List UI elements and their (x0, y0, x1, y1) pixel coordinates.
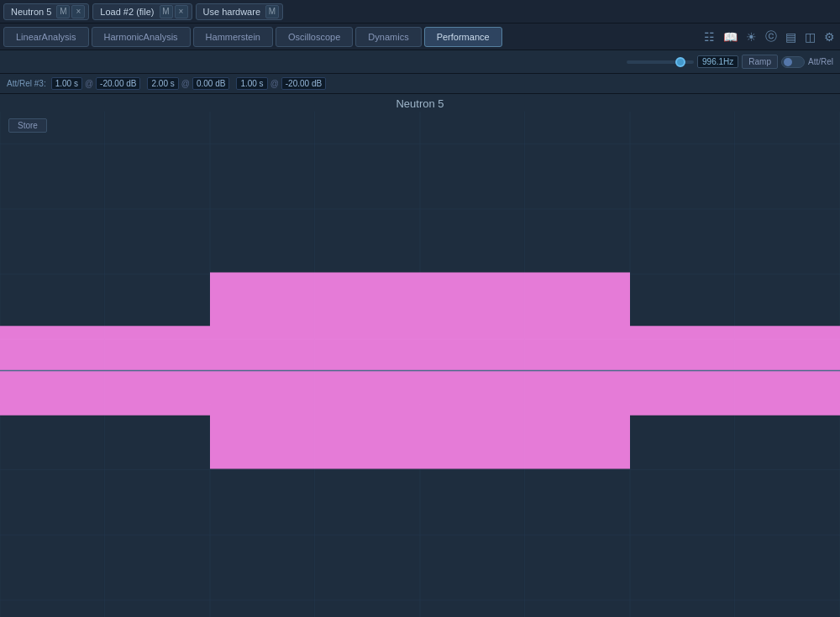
param-row: Att/Rel #3: 1.00 s @ -20.00 dB 2.00 s @ … (0, 74, 840, 94)
toolbar-right: ☷ 📖 ☀ ⓒ ▤ ◫ ⚙ (702, 28, 837, 46)
tab-hammerstein[interactable]: Hammerstein (193, 27, 273, 47)
plugin-title-2: Load #2 (file) M × (92, 3, 192, 20)
plugin-name-1: Neutron 5 (8, 7, 55, 17)
tab-harmonicanalysis[interactable]: HarmonicAnalysis (92, 27, 191, 47)
freq-display[interactable]: 996.1Hz (697, 55, 738, 68)
param-att1[interactable]: 1.00 s (51, 77, 82, 90)
close-button-2[interactable]: × (175, 5, 188, 18)
chart-wrapper: Neutron 5 Store 1.100 0.825 0.550 0.275 … (0, 94, 840, 617)
plugin-name-2: Load #2 (file) (97, 7, 157, 17)
chart-title: Neutron 5 (0, 94, 840, 112)
plugin-name-3: Use hardware (200, 7, 264, 17)
param-sep-3: @ (270, 79, 280, 88)
book-icon[interactable]: 📖 (722, 29, 739, 45)
tab-oscilloscope[interactable]: Oscilloscope (276, 27, 353, 47)
att-rel-toggle[interactable] (781, 56, 805, 68)
freq-slider[interactable] (627, 60, 694, 64)
list-icon[interactable]: ☷ (702, 29, 717, 45)
param-rel1[interactable]: -20.00 dB (96, 77, 140, 90)
waveform-chart (0, 112, 840, 617)
monitor-icon[interactable]: ◫ (803, 29, 817, 45)
tabs-row: LinearAnalysis HarmonicAnalysis Hammerst… (0, 24, 840, 50)
tab-linearanalysis[interactable]: LinearAnalysis (3, 27, 89, 47)
plugin-title-1: Neutron 5 M × (3, 3, 89, 20)
freq-slider-thumb (675, 57, 685, 67)
param-att3[interactable]: 1.00 s (236, 77, 267, 90)
freq-slider-group: 996.1Hz Ramp Att/Rel (627, 55, 833, 69)
tab-dynamics[interactable]: Dynamics (355, 27, 421, 47)
param-att2[interactable]: 2.00 s (147, 77, 178, 90)
camera-icon[interactable]: ⓒ (764, 28, 779, 46)
tab-performance[interactable]: Performance (424, 27, 502, 47)
controls-row: 996.1Hz Ramp Att/Rel (0, 50, 840, 74)
grid-icon[interactable]: ▤ (784, 29, 798, 45)
store-button[interactable]: Store (8, 118, 47, 133)
m-button-2[interactable]: M (160, 5, 173, 18)
m-button-3[interactable]: M (265, 5, 279, 18)
eye-icon[interactable]: ☀ (744, 29, 759, 45)
chart-svg-container (0, 112, 840, 617)
param-rel3[interactable]: -20.00 dB (281, 77, 326, 90)
toggle-knob (784, 58, 792, 66)
att-rel-label: Att/Rel (808, 57, 833, 66)
param-sep-2: @ (181, 79, 191, 88)
m-button-1[interactable]: M (56, 5, 70, 18)
gear-icon[interactable]: ⚙ (822, 29, 837, 45)
ramp-button[interactable]: Ramp (742, 55, 778, 69)
param-sep-1: @ (84, 79, 94, 88)
close-button-1[interactable]: × (71, 5, 85, 18)
param-rel2[interactable]: 0.00 dB (192, 77, 229, 90)
top-bar: Neutron 5 M × Load #2 (file) M × Use har… (0, 0, 840, 24)
plugin-title-3: Use hardware M (196, 3, 283, 20)
param-label: Att/Rel #3: (7, 79, 46, 88)
